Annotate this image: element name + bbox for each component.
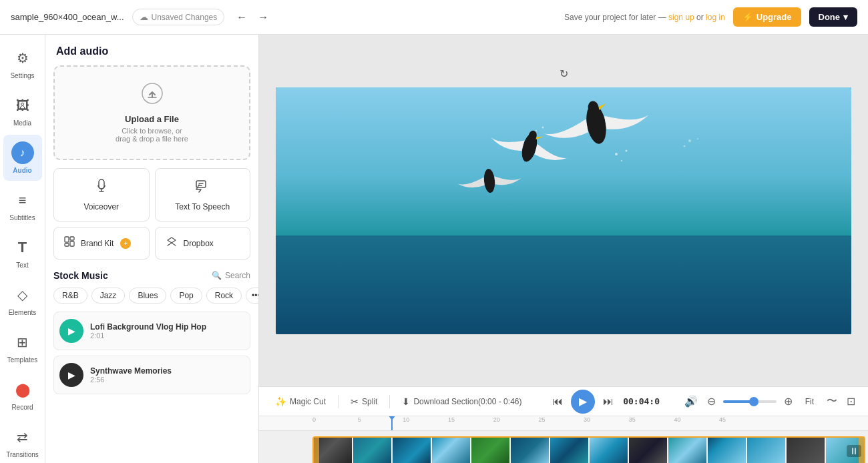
done-button[interactable]: Done ▾ <box>809 7 858 27</box>
rotate-handle[interactable]: ↻ <box>560 67 568 80</box>
thumb-1 <box>314 438 352 463</box>
upload-subtitle-2: drag & drop a file here <box>65 135 238 143</box>
sidebar-item-templates[interactable]: ⊞ Templates <box>3 324 42 370</box>
upgrade-label: Upgrade <box>756 12 792 22</box>
waveform-button[interactable]: 〜 <box>825 392 839 410</box>
sidebar-item-settings[interactable]: ⚙ Settings <box>3 40 42 86</box>
record-icon: ⬤ <box>11 378 34 401</box>
music-track-2[interactable]: ▶ Synthwave Memories 2:56 <box>53 356 250 394</box>
svg-point-15 <box>535 130 537 131</box>
unsaved-badge: ☁ Unsaved Changes <box>132 9 225 25</box>
thumb-10 <box>668 438 706 463</box>
right-controls: 🔊 ⊖ ⊕ Fit 〜 ⊡ <box>682 392 857 410</box>
video-sky <box>276 87 851 236</box>
tick-40: 40 <box>674 416 680 423</box>
voiceover-icon <box>93 178 110 198</box>
play-track-2-button[interactable]: ▶ <box>59 363 83 387</box>
playhead[interactable] <box>391 416 393 430</box>
sidebar-item-elements[interactable]: ◇ Elements <box>3 277 42 323</box>
fit-button[interactable]: Fit <box>800 394 819 409</box>
signup-link[interactable]: sign up <box>668 13 694 22</box>
zoom-slider[interactable] <box>723 400 777 403</box>
thumb-11 <box>708 438 746 463</box>
genre-rock[interactable]: Rock <box>206 288 242 304</box>
upgrade-button[interactable]: ⚡ Upgrade <box>733 7 801 27</box>
text-to-speech-label: Text To Speech <box>175 202 230 211</box>
dropbox-icon <box>165 236 178 251</box>
volume-button[interactable]: 🔊 <box>682 393 700 410</box>
sidebar-item-subtitles[interactable]: ≡ Subtitles <box>3 182 42 228</box>
settings-icon: ⚙ <box>11 47 34 69</box>
music-track-1[interactable]: ▶ Lofi Background Vlog Hip Hop 2:01 <box>53 312 250 350</box>
text-to-speech-button[interactable]: Text To Speech <box>155 168 251 221</box>
brand-kit-button[interactable]: Brand Kit + <box>53 227 150 260</box>
zoom-in-button[interactable]: ⊕ <box>782 393 795 410</box>
stock-music-header: Stock Music 🔍 Search <box>45 270 258 288</box>
genre-chips: R&B Jazz Blues Pop Rock ••• <box>45 288 258 312</box>
sidebar-label-record: Record <box>11 404 33 411</box>
tick-15: 15 <box>448 416 455 423</box>
play-track-1-button[interactable]: ▶ <box>59 319 83 343</box>
audio-panel: Add audio Upload a File Click to browse,… <box>45 35 259 463</box>
svg-point-12 <box>626 149 628 151</box>
sidebar-item-record[interactable]: ⬤ Record <box>3 372 42 418</box>
sidebar-label-text: Text <box>16 262 28 269</box>
fit-label: Fit <box>805 397 814 406</box>
sidebar-item-transitions[interactable]: ⇄ Transitions <box>3 419 42 463</box>
tick-0: 0 <box>312 416 316 423</box>
sidebar-label-media: Media <box>13 119 31 127</box>
download-section-button[interactable]: ⬇ Download Section(0:00 - 0:46) <box>397 394 527 410</box>
dropbox-button[interactable]: Dropbox <box>155 227 251 260</box>
ruler-track-area: 0 5 10 15 20 25 30 35 40 45 <box>259 416 868 463</box>
upload-area[interactable]: Upload a File Click to browse, or drag &… <box>53 65 250 160</box>
genre-pop[interactable]: Pop <box>170 288 202 304</box>
video-frame[interactable] <box>276 87 851 334</box>
tick-25: 25 <box>538 416 545 423</box>
text-to-speech-icon <box>194 178 210 198</box>
genre-rnb[interactable]: R&B <box>53 288 87 304</box>
magic-cut-button[interactable]: ✨ Magic Cut <box>270 394 331 410</box>
voiceover-tts-row: Voiceover Text To Speech <box>53 168 250 221</box>
svg-point-17 <box>697 138 698 139</box>
rewind-button[interactable]: ⏮ <box>550 394 566 409</box>
brand-dropbox-row: Brand Kit + Dropbox <box>53 227 250 260</box>
sidebar-item-media[interactable]: 🖼 Media <box>3 87 42 133</box>
undo-redo-group: ← → <box>232 9 272 26</box>
clip-left-handle[interactable] <box>314 438 319 463</box>
zoom-out-button[interactable]: ⊖ <box>705 393 718 410</box>
genre-jazz[interactable]: Jazz <box>91 288 126 304</box>
sidebar-label-subtitles: Subtitles <box>9 214 35 221</box>
subtitles-icon: ≡ <box>11 189 34 211</box>
music-track-1-info: Lofi Background Vlog Hip Hop 2:01 <box>90 322 244 340</box>
magic-cut-label: Magic Cut <box>290 397 326 406</box>
redo-button[interactable]: → <box>254 9 272 26</box>
thumb-3 <box>393 438 431 463</box>
svg-point-13 <box>621 160 622 161</box>
cloud-icon: ☁ <box>140 12 148 22</box>
sidebar-label-settings: Settings <box>10 72 34 79</box>
fullscreen-button[interactable]: ⊡ <box>845 393 857 410</box>
forward-button[interactable]: ⏭ <box>600 394 616 409</box>
main-area: ⚙ Settings 🖼 Media ♪ Audio ≡ Subtitles T… <box>0 35 868 463</box>
split-button[interactable]: ✂ Split <box>345 394 383 410</box>
sidebar-item-text[interactable]: T Text <box>3 229 42 276</box>
music-track-1-name: Lofi Background Vlog Hip Hop <box>90 322 244 332</box>
zoom-slider-wrapper <box>723 400 777 403</box>
voiceover-button[interactable]: Voiceover <box>53 168 150 221</box>
magic-cut-icon: ✨ <box>275 396 286 407</box>
media-icon: 🖼 <box>11 94 34 117</box>
video-ocean <box>276 236 851 334</box>
undo-button[interactable]: ← <box>232 9 251 26</box>
ruler-inner: 0 5 10 15 20 25 30 35 40 45 <box>312 416 815 430</box>
video-clip[interactable]: ⏸ <box>312 436 865 463</box>
split-icon: ✂ <box>351 396 359 407</box>
stock-music-search[interactable]: 🔍 Search <box>212 271 250 280</box>
templates-icon: ⊞ <box>11 331 34 354</box>
genre-more[interactable]: ••• <box>246 288 258 304</box>
voiceover-label: Voiceover <box>83 202 119 211</box>
genre-blues[interactable]: Blues <box>129 288 166 304</box>
sidebar-item-audio[interactable]: ♪ Audio <box>3 135 42 181</box>
login-link[interactable]: log in <box>706 13 725 22</box>
upload-title: Upload a File <box>65 114 238 124</box>
play-button[interactable]: ▶ <box>571 390 595 414</box>
